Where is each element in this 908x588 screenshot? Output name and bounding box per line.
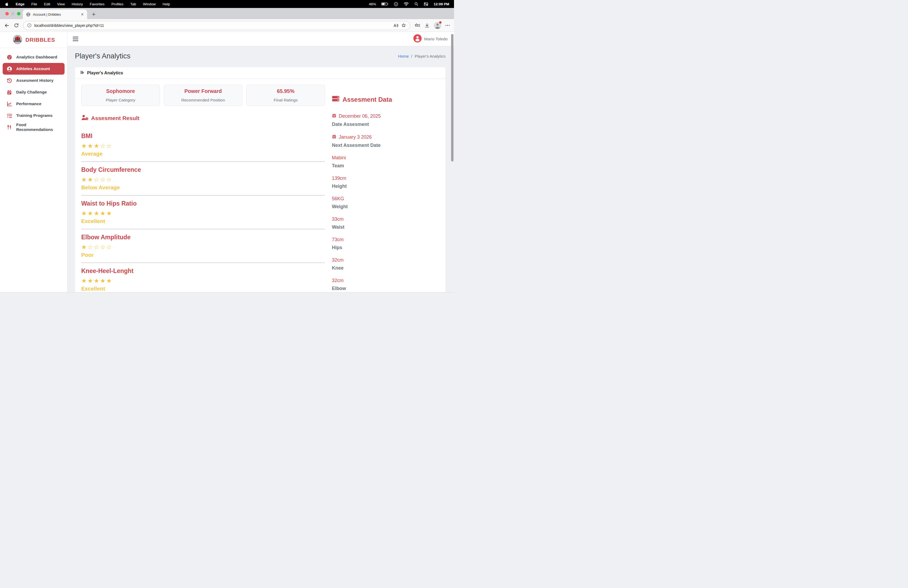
- sidebar-item-training-programs[interactable]: Training Programs: [3, 110, 64, 121]
- stat-cards: Sophomore Player Category Power Forward …: [81, 85, 325, 106]
- window-minimize-button[interactable]: [11, 12, 14, 15]
- breadcrumb-separator: /: [411, 54, 412, 58]
- profile-icon[interactable]: [434, 22, 441, 29]
- breadcrumb: Home / Player's Analytics: [398, 54, 446, 58]
- avatar: [414, 34, 422, 43]
- window-close-button[interactable]: [5, 12, 9, 15]
- sidebar-item-performance[interactable]: Performance: [3, 98, 64, 110]
- sidebar-item-daily-challenge[interactable]: Daily Challenge: [3, 86, 64, 98]
- sidebar-item-athletes-account[interactable]: Athletes Account: [3, 63, 64, 75]
- breadcrumb-current: Player's Analytics: [415, 54, 446, 58]
- user-circle-icon: [6, 66, 12, 72]
- list-check-icon: [6, 113, 12, 118]
- hamburger-menu-icon[interactable]: [73, 37, 78, 41]
- stat-card-final-ratings: 65.95% Final Ratings: [246, 85, 325, 106]
- entry-label: Height: [332, 184, 439, 189]
- window-zoom-button[interactable]: [17, 12, 21, 15]
- play-circle-icon[interactable]: [394, 2, 398, 6]
- sidebar-item-label: Daily Challenge: [16, 90, 47, 95]
- battery-charging-icon[interactable]: [381, 2, 388, 6]
- stat-value: Power Forward: [185, 88, 222, 94]
- entry-label: Hips: [332, 245, 439, 250]
- browser-toolbar: localhost/dribbles/view_player.php?id=11: [0, 19, 454, 32]
- stat-label: Final Ratings: [274, 98, 298, 103]
- metric-waist-to-hips-ratio: Waist to Hips Ratio ★★★★★ Excellent: [81, 200, 325, 224]
- data-entry-weight: 56KG Weight: [332, 196, 439, 209]
- menu-favorites[interactable]: Favorites: [90, 2, 105, 6]
- info-icon[interactable]: [27, 23, 32, 27]
- sidebar-item-label: Assesment History: [16, 78, 53, 83]
- menu-help[interactable]: Help: [163, 2, 170, 6]
- menu-view[interactable]: View: [57, 2, 65, 6]
- divider: [81, 229, 325, 229]
- favorites-list-icon[interactable]: [414, 23, 420, 28]
- sidebar-item-analytics-dashboard[interactable]: Analytics Dashboard: [3, 51, 64, 63]
- entry-value: December 06, 2025: [339, 113, 381, 119]
- entry-value: 139cm: [332, 176, 346, 181]
- sidebar-item-food-recommendations[interactable]: Food Recommendations: [3, 121, 64, 133]
- user-menu[interactable]: Mario Toledo: [414, 34, 448, 43]
- entry-value: 56KG: [332, 196, 344, 201]
- wifi-icon[interactable]: [404, 2, 409, 6]
- control-center-icon[interactable]: [424, 2, 428, 6]
- assesment-data-column: Assesment Data December 06, 2025 Date As…: [332, 85, 439, 294]
- entry-value: 32cm: [332, 257, 344, 263]
- menu-tab[interactable]: Tab: [130, 2, 136, 6]
- entry-label: Next Assesment Date: [332, 143, 439, 148]
- history-icon: [6, 78, 12, 84]
- menu-app-name[interactable]: Edge: [16, 2, 24, 6]
- menu-file[interactable]: File: [31, 2, 37, 6]
- stat-card-recommended-position: Power Forward Recommended Position: [164, 85, 242, 106]
- menu-edit[interactable]: Edit: [44, 2, 50, 6]
- data-entry-height: 139cm Height: [332, 176, 439, 189]
- data-entry-knee: 32cm Knee: [332, 257, 439, 271]
- analytics-card: Player's Analytics Sophomore Player Cate…: [75, 67, 446, 294]
- data-entry-hips: 73cm Hips: [332, 237, 439, 250]
- main-area: Mario Toledo Player's Analytics Home / P…: [68, 32, 454, 294]
- window-bottom-edge: [0, 292, 454, 294]
- calendar-check-icon: [6, 90, 12, 95]
- battery-percentage: 46%: [369, 2, 376, 6]
- data-entry-team: Mabini Team: [332, 155, 439, 169]
- data-entry-next-assesment-date: January 3 2026 Next Assesment Date: [332, 134, 439, 148]
- sidebar-item-assesment-history[interactable]: Assesment History: [3, 75, 64, 86]
- address-bar[interactable]: localhost/dribbles/view_player.php?id=11: [23, 21, 410, 30]
- calendar-icon: [332, 134, 336, 140]
- metric-rating: Excellent: [81, 285, 325, 292]
- menu-profiles[interactable]: Profiles: [111, 2, 124, 6]
- star-rating: ★★★★★: [81, 210, 325, 217]
- back-icon[interactable]: [4, 23, 10, 28]
- menu-window[interactable]: Window: [143, 2, 156, 6]
- stat-label: Recommended Position: [181, 98, 225, 103]
- apple-icon[interactable]: [5, 2, 9, 6]
- more-icon[interactable]: [446, 25, 450, 26]
- topbar: Mario Toledo: [68, 32, 454, 46]
- download-icon[interactable]: [425, 23, 430, 28]
- search-icon[interactable]: [414, 2, 419, 6]
- sidebar-item-label: Food Recommendations: [16, 122, 61, 132]
- metric-rating: Excellent: [81, 218, 325, 224]
- assesment-data-heading: Assesment Data: [332, 95, 439, 103]
- entry-value: 73cm: [332, 237, 344, 242]
- card-header-title: Player's Analytics: [87, 71, 123, 76]
- brand[interactable]: DRIBBLES: [0, 32, 67, 48]
- read-aloud-icon[interactable]: [393, 23, 399, 28]
- entry-value: 32cm: [332, 278, 344, 284]
- browser-tab[interactable]: Account | Dribbles: [23, 10, 87, 19]
- new-tab-button[interactable]: [91, 12, 96, 17]
- web-app: DRIBBLES Analytics Dashboard Athletes Ac…: [0, 32, 454, 294]
- scrollbar-thumb[interactable]: [451, 34, 454, 161]
- stat-value: Sophomore: [106, 88, 135, 94]
- server-icon: [332, 95, 340, 103]
- metric-name: Elbow Amplitude: [81, 234, 325, 241]
- tab-close-icon[interactable]: [80, 12, 84, 16]
- breadcrumb-home-link[interactable]: Home: [398, 54, 409, 58]
- url-text[interactable]: localhost/dribbles/view_player.php?id=11: [34, 23, 104, 27]
- menu-history[interactable]: History: [72, 2, 83, 6]
- star-icon[interactable]: [401, 23, 406, 28]
- star-rating: ★☆☆☆☆: [81, 243, 325, 250]
- metric-name: Body Circumference: [81, 166, 325, 174]
- entry-label: Elbow: [332, 286, 439, 292]
- card-header: Player's Analytics: [75, 67, 446, 79]
- reload-icon[interactable]: [14, 23, 19, 28]
